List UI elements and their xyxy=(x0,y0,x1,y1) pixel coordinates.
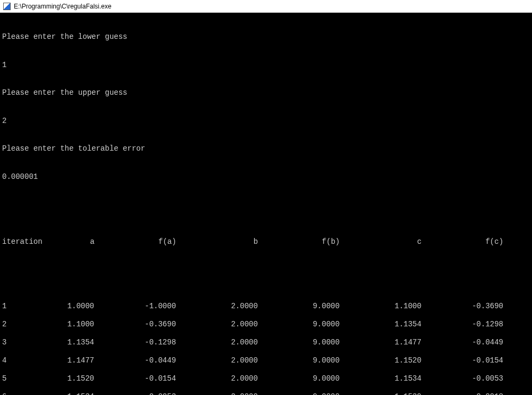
cell-fa: -1.0000 xyxy=(121,302,203,311)
cell-iter: 2 xyxy=(2,320,39,330)
cell-fb: 9.0000 xyxy=(285,320,367,330)
cell-b: 2.0000 xyxy=(203,374,285,384)
prompt-lower-label: Please enter the lower guess xyxy=(2,32,530,42)
cell-fc: -0.0018 xyxy=(448,392,530,395)
table-row: 51.1520-0.01542.00009.00001.1534-0.0053 xyxy=(2,374,530,383)
cell-fa: -0.0154 xyxy=(121,374,203,384)
table-row: 61.1534-0.00532.00009.00001.1539-0.0018 xyxy=(2,392,530,395)
cell-iter: 5 xyxy=(2,374,39,384)
cell-c: 1.1520 xyxy=(366,356,448,366)
cell-a: 1.1477 xyxy=(39,356,121,366)
window-title: E:\Programming\C\regulaFalsi.exe xyxy=(14,3,111,10)
iteration-table-header: iteration a f(a) b f(b) c f(c) xyxy=(2,237,530,246)
blank-line xyxy=(2,200,530,209)
cell-fb: 9.0000 xyxy=(285,302,367,311)
header-b: b xyxy=(203,237,285,247)
table-row: 41.1477-0.04492.00009.00001.1520-0.0154 xyxy=(2,356,530,365)
cell-iter: 1 xyxy=(2,302,39,311)
cell-c: 1.1534 xyxy=(366,374,448,384)
cell-fb: 9.0000 xyxy=(285,374,367,384)
cell-iter: 6 xyxy=(2,392,39,395)
cell-b: 2.0000 xyxy=(203,320,285,330)
cell-a: 1.1000 xyxy=(39,320,121,330)
header-iter: iteration xyxy=(2,237,39,247)
prompt-tol-value: 0.000001 xyxy=(2,172,530,182)
header-c: c xyxy=(367,237,448,247)
cell-a: 1.0000 xyxy=(39,302,121,311)
cell-fa: -0.1298 xyxy=(121,338,203,348)
cell-fb: 9.0000 xyxy=(285,356,367,366)
cell-c: 1.1477 xyxy=(366,338,448,348)
cell-fc: -0.0053 xyxy=(448,374,530,384)
cell-b: 2.0000 xyxy=(203,356,285,366)
app-icon xyxy=(3,3,11,10)
iteration-table-body: 11.0000-1.00002.00009.00001.1000-0.36902… xyxy=(2,302,530,395)
blank-line xyxy=(2,265,530,274)
cell-b: 2.0000 xyxy=(203,392,285,395)
table-row: 11.0000-1.00002.00009.00001.1000-0.3690 xyxy=(2,302,530,311)
cell-fb: 9.0000 xyxy=(285,392,367,395)
cell-c: 1.1539 xyxy=(366,392,448,395)
table-row: 31.1354-0.12982.00009.00001.1477-0.0449 xyxy=(2,338,530,347)
cell-fc: -0.0449 xyxy=(448,338,530,348)
prompt-upper-value: 2 xyxy=(2,117,530,126)
cell-fc: -0.3690 xyxy=(448,302,530,311)
cell-a: 1.1534 xyxy=(39,392,121,395)
cell-fa: -0.3690 xyxy=(121,320,203,330)
window-titlebar[interactable]: E:\Programming\C\regulaFalsi.exe xyxy=(0,0,532,13)
cell-a: 1.1520 xyxy=(39,374,121,384)
cell-fc: -0.1298 xyxy=(448,320,530,330)
prompt-lower-value: 1 xyxy=(2,61,530,70)
cell-c: 1.1000 xyxy=(366,302,448,311)
cell-fc: -0.0154 xyxy=(448,356,530,366)
prompt-tol-label: Please enter the tolerable error xyxy=(2,144,530,154)
cell-fa: -0.0053 xyxy=(121,392,203,395)
cell-fb: 9.0000 xyxy=(285,338,367,348)
cell-iter: 3 xyxy=(2,338,39,348)
cell-a: 1.1354 xyxy=(39,338,121,348)
header-a: a xyxy=(39,237,121,247)
header-fb: f(b) xyxy=(285,237,367,247)
header-fc: f(c) xyxy=(448,237,530,247)
cell-fa: -0.0449 xyxy=(121,356,203,366)
cell-c: 1.1354 xyxy=(366,320,448,330)
cell-b: 2.0000 xyxy=(203,302,285,311)
cell-b: 2.0000 xyxy=(203,338,285,348)
header-fa: f(a) xyxy=(121,237,203,247)
cell-iter: 4 xyxy=(2,356,39,366)
table-row: 21.1000-0.36902.00009.00001.1354-0.1298 xyxy=(2,320,530,329)
console-output[interactable]: Please enter the lower guess 1 Please en… xyxy=(0,13,532,395)
prompt-upper-label: Please enter the upper guess xyxy=(2,88,530,98)
